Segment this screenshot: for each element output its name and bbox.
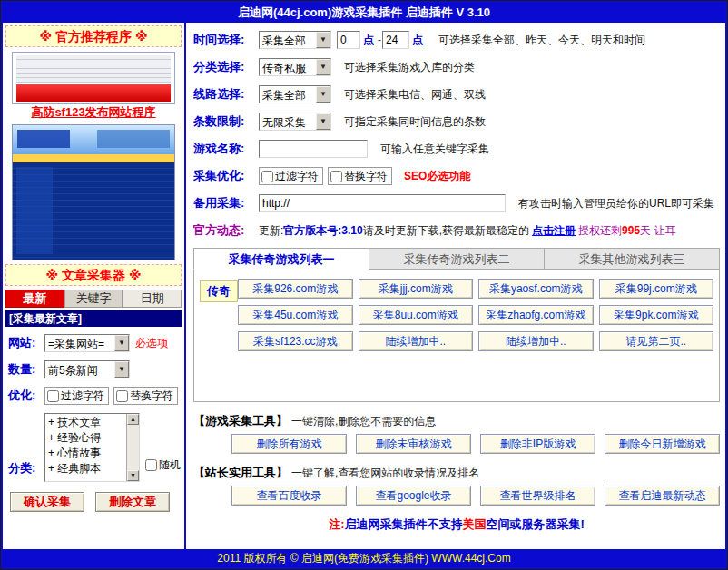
official-news-row: 官方动态: 更新: 官方版本号:3.10 请及时更新下载,获得最新最稳定的 点击… <box>193 221 720 241</box>
main-replace-label: 替换字符 <box>344 169 388 184</box>
delete-unreviewed-games-button[interactable]: 删除未审核游戏 <box>356 434 471 454</box>
thumbnail-site-logo <box>17 130 70 148</box>
delete-all-games-button[interactable]: 删除所有游戏 <box>231 434 347 454</box>
optimize-label: 优化: <box>8 388 44 404</box>
line-select[interactable]: 采集全部 ▼ <box>259 85 331 103</box>
site-label: 网站: <box>8 335 44 351</box>
backup-url-input[interactable] <box>259 194 506 212</box>
time-select[interactable]: 采集全部 ▼ <box>259 31 331 49</box>
collect-game-button[interactable]: 陆续增加中.. <box>478 331 594 351</box>
site-select[interactable]: =采集网站= ▼ <box>44 334 130 352</box>
list-item[interactable]: + 经典脚本 <box>48 461 126 477</box>
delete-non-ip-games-button[interactable]: 删除非IP版游戏 <box>480 434 595 454</box>
game-name-row: 游戏名称: 可输入任意关键字采集 <box>193 139 720 159</box>
category-desc: 可选择采集游戏入库的分类 <box>344 60 475 75</box>
chevron-down-icon[interactable]: ▼ <box>114 361 129 378</box>
note-text-1: 启迪网采集插件不支持 <box>345 517 463 531</box>
limit-select[interactable]: 无限采集 ▼ <box>259 113 331 131</box>
replace-chars-checkbox[interactable]: 替换字符 <box>113 387 178 405</box>
auth-remaining-text: 授权还剩 <box>578 223 622 239</box>
note-highlight: 美国 <box>463 517 487 531</box>
main-replace-checkbox-input[interactable] <box>330 171 342 182</box>
chevron-down-icon[interactable]: ▼ <box>316 59 330 75</box>
listbox-scrollbar[interactable]: ▲ ▼ <box>126 414 139 481</box>
game-tools-header: 【游戏采集工具】 一键清除,删除您不需要的信息 <box>193 413 720 429</box>
google-index-button[interactable]: 查看google收录 <box>356 486 471 506</box>
news-prefix: 更新: <box>259 223 283 239</box>
qidi-news-button[interactable]: 查看启迪最新动态 <box>605 486 720 506</box>
collect-game-button[interactable]: 采集45u.com游戏 <box>238 305 353 325</box>
chevron-down-icon[interactable]: ▼ <box>316 86 330 103</box>
promo-link[interactable]: 高防sf123发布网站程序 <box>3 104 184 121</box>
chevron-down-icon[interactable]: ▼ <box>316 113 330 130</box>
tab-keyword[interactable]: 关键字 <box>64 290 123 308</box>
required-note: 必选项 <box>135 336 168 351</box>
list-item[interactable]: + 经验心得 <box>48 430 126 446</box>
game-name-input[interactable] <box>259 140 368 158</box>
time-to-input[interactable] <box>382 31 409 49</box>
collect-game-button[interactable]: 采集zhaofg.com游戏 <box>478 305 594 325</box>
collect-game-button[interactable]: 陆续增加中.. <box>359 331 474 351</box>
promo-screenshot-sf123[interactable] <box>12 52 175 104</box>
note-text-2: 空间或服务器采集! <box>487 517 585 531</box>
tab-date[interactable]: 日期 <box>123 290 182 308</box>
scroll-up-icon[interactable]: ▲ <box>127 414 139 425</box>
random-checkbox-input[interactable] <box>145 459 157 471</box>
window-body: ※ 官方推荐程序 ※ 高防sf123发布网站程序 ※ 文章采集器 ※ <box>3 23 725 549</box>
note-prefix: 注: <box>329 517 344 531</box>
news-version: 官方版本号:3.10 <box>283 223 362 239</box>
collect-game-button[interactable]: 采集jjj.com游戏 <box>359 279 474 299</box>
category-select-row: 分类选择: 传奇私服 ▼ 可选择采集游戏入库的分类 <box>193 57 720 77</box>
backup-desc: 有攻击时输入管理员给你的URL即可采集 <box>518 196 714 211</box>
delete-today-games-button[interactable]: 删除今日新增游戏 <box>605 434 720 454</box>
line-select-row: 线路选择: 采集全部 ▼ 可选择采集电信、网通、双线 <box>193 84 720 104</box>
thumbnail-side-panel <box>16 167 53 254</box>
category-listbox[interactable]: + 技术文章 + 经验心得 + 心情故事 + 经典脚本 ▲ ▼ <box>44 413 140 482</box>
line-select-label: 线路选择: <box>193 86 259 103</box>
main-filter-checkbox-input[interactable] <box>261 171 273 182</box>
optimize-row: 优化: 过滤字符 替换字符 <box>8 387 181 405</box>
collect-game-button[interactable]: 采集sf123.cc游戏 <box>238 331 353 351</box>
count-select[interactable]: 前5条新闻 ▼ <box>44 360 130 378</box>
delete-article-button[interactable]: 删除文章 <box>95 492 170 512</box>
collect-game-button[interactable]: 采集99j.com游戏 <box>599 279 714 299</box>
world-rank-button[interactable]: 查看世界级排名 <box>480 486 595 506</box>
random-checkbox[interactable]: 随机 <box>145 457 181 473</box>
tab-latest[interactable]: 最新 <box>5 290 64 308</box>
scroll-down-icon[interactable]: ▼ <box>127 470 139 481</box>
tab-game-list-1[interactable]: 采集传奇游戏列表一 <box>193 248 369 270</box>
chevron-down-icon[interactable]: ▼ <box>316 32 330 48</box>
filter-chars-checkbox[interactable]: 过滤字符 <box>44 387 109 405</box>
category-list-items: + 技术文章 + 经验心得 + 心情故事 + 经典脚本 <box>45 414 126 481</box>
main-replace-checkbox[interactable]: 替换字符 <box>328 167 392 185</box>
footer-note: 注:启迪网采集插件不支持美国空间或服务器采集! <box>193 516 720 533</box>
tab-game-list-2[interactable]: 采集传奇游戏列表二 <box>369 248 545 270</box>
time-from-input[interactable] <box>337 31 360 49</box>
register-link[interactable]: 点击注册 <box>532 223 576 239</box>
window-frame: 启迪网(44cj.com)游戏采集插件 启迪插件 V 3.10 ※ 官方推荐程序… <box>1 1 727 569</box>
baidu-index-button[interactable]: 查看百度收录 <box>231 486 347 506</box>
list-item[interactable]: + 技术文章 <box>48 415 126 430</box>
promo-screenshot-game-site[interactable] <box>12 124 175 260</box>
tab-game-list-3[interactable]: 采集其他游戏列表三 <box>545 248 720 270</box>
collect-game-button[interactable]: 采集9pk.com游戏 <box>599 305 714 325</box>
collect-optimize-label: 采集优化: <box>193 168 259 184</box>
filter-chars-checkbox-input[interactable] <box>47 390 59 402</box>
collect-game-button[interactable]: 采集8uu.com游戏 <box>359 305 474 325</box>
category-select[interactable]: 传奇私服 ▼ <box>259 58 331 76</box>
list-item[interactable]: + 心情故事 <box>48 446 126 461</box>
collect-game-button[interactable]: 采集926.com游戏 <box>238 279 353 299</box>
random-label: 随机 <box>159 457 181 473</box>
confirm-collect-button[interactable]: 确认采集 <box>10 492 84 512</box>
sidebar-tabs: 最新 关键字 日期 <box>5 290 182 308</box>
main-filter-checkbox[interactable]: 过滤字符 <box>259 167 323 185</box>
collect-game-button[interactable]: 请见第二页.. <box>599 331 714 351</box>
time-select-value: 采集全部 <box>260 32 316 48</box>
scrollbar-track[interactable] <box>127 425 139 470</box>
article-collector-header: ※ 文章采集器 ※ <box>5 264 182 286</box>
seo-note: SEO必选功能 <box>404 169 470 184</box>
chevron-down-icon[interactable]: ▼ <box>114 335 129 351</box>
thumbnail-nav-band <box>13 154 174 162</box>
collect-game-button[interactable]: 采集yaosf.com游戏 <box>478 279 594 299</box>
replace-chars-checkbox-input[interactable] <box>116 390 128 402</box>
